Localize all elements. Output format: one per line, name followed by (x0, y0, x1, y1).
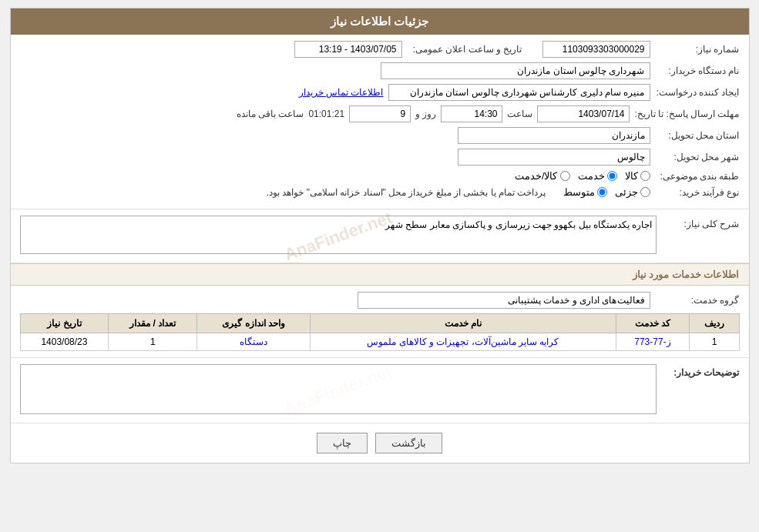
category-kala-label: کالا (625, 170, 638, 182)
category-kala-item: کالا (625, 170, 650, 182)
response-deadline-row: مهلت ارسال پاسخ: تا تاریخ: ساعت روز و 01… (20, 105, 740, 122)
services-section-title: اطلاعات خدمات مورد نیاز (11, 263, 749, 286)
purchase-motavasset-item: متوسط (563, 186, 607, 198)
response-time-label: ساعت (507, 109, 532, 119)
back-button[interactable]: بازگشت (375, 433, 442, 453)
col-rownum: ردیف (690, 314, 739, 333)
category-kala-radio[interactable] (640, 171, 650, 181)
page-header: جزئیات اطلاعات نیاز (11, 8, 749, 35)
need-number-input[interactable] (542, 41, 650, 58)
purchase-type-radio-group: جزئی متوسط (563, 186, 650, 198)
services-table: ردیف کد خدمت نام خدمت واحد اندازه گیری ت… (20, 313, 740, 351)
announce-datetime-label: تاریخ و ساعت اعلان عمومی: (407, 44, 522, 55)
purchase-type-row: نوع فرآیند خرید: جزئی متوسط پرداخت تمام … (20, 186, 740, 198)
buyer-notes-textarea[interactable] (20, 364, 657, 414)
category-khadamat-label: خدمت (578, 170, 605, 182)
need-number-row: شماره نیاز: تاریخ و ساعت اعلان عمومی: (20, 41, 740, 58)
service-group-section: گروه خدمت: ردیف کد خدمت نام خدمت واحد ان… (11, 286, 749, 358)
province-input[interactable] (458, 127, 650, 144)
category-khadamat-item: خدمت (578, 170, 617, 182)
response-time-input[interactable] (441, 105, 502, 122)
purchase-motavasset-radio[interactable] (597, 187, 607, 197)
purchase-type-label: نوع فرآیند خرید: (655, 187, 740, 198)
announce-datetime-input[interactable] (294, 41, 402, 58)
remaining-days-label: روز و (415, 109, 436, 119)
city-input[interactable] (458, 149, 650, 166)
requester-label: ایجاد کننده درخواست: (655, 87, 740, 98)
response-date-input[interactable] (537, 105, 630, 122)
col-date: تاریخ نیاز (20, 314, 109, 333)
service-group-input[interactable] (358, 292, 650, 309)
col-service-name: نام خدمت (311, 314, 616, 333)
purchase-jozii-radio[interactable] (640, 187, 650, 197)
purchase-jozii-label: جزئی (615, 186, 638, 198)
buyer-notes-label: توضیحات خریدار: (663, 364, 740, 378)
remaining-days-input[interactable] (349, 105, 411, 122)
remaining-time-display: 01:01:21 (308, 109, 344, 119)
need-number-label: شماره نیاز: (655, 44, 740, 55)
print-button[interactable]: چاپ (317, 433, 368, 453)
requester-input[interactable] (388, 84, 650, 101)
category-khadamat-radio[interactable] (607, 171, 617, 181)
purchase-motavasset-label: متوسط (563, 186, 595, 198)
response-deadline-label: مهلت ارسال پاسخ: تا تاریخ: (634, 109, 739, 119)
contact-link[interactable]: اطلاعات تماس خریدار (299, 87, 384, 98)
button-row: بازگشت چاپ (11, 423, 749, 463)
category-kala-khadamat-radio[interactable] (560, 171, 570, 181)
services-table-container: ردیف کد خدمت نام خدمت واحد اندازه گیری ت… (20, 313, 740, 351)
top-info-section: شماره نیاز: تاریخ و ساعت اعلان عمومی: نا… (11, 35, 749, 209)
category-kala-khadamat-label: کالا/خدمت (515, 170, 558, 182)
main-container: جزئیات اطلاعات نیاز شماره نیاز: تاریخ و … (10, 8, 750, 463)
need-description-label: شرح کلی نیاز: (663, 216, 740, 229)
category-row: طبقه بندی موضوعی: کالا خدمت کالا/خدمت (20, 170, 740, 182)
col-unit: واحد اندازه گیری (197, 314, 311, 333)
remaining-suffix: ساعت باقی مانده (237, 109, 304, 119)
buyer-notes-section: توضیحات خریدار: AnaFinder.net (11, 358, 749, 423)
province-label: استان محل تحویل: (655, 130, 740, 141)
category-radio-group: کالا خدمت کالا/خدمت (515, 170, 650, 182)
requester-row: ایجاد کننده درخواست: اطلاعات تماس خریدار (20, 84, 740, 101)
city-row: شهر محل تحویل: (20, 149, 740, 166)
col-quantity: تعداد / مقدار (109, 314, 197, 333)
service-group-label: گروه خدمت: (655, 295, 740, 306)
service-group-row: گروه خدمت: (20, 292, 740, 309)
table-row: 1ز-77-773کرایه سایر ماشین‌آلات، تجهیزات … (20, 333, 739, 351)
buyer-org-input[interactable] (381, 62, 650, 79)
city-label: شهر محل تحویل: (655, 152, 740, 162)
need-description-textarea[interactable]: اجاره یکدستگاه بیل بکهوو جهت زیرسازی و پ… (20, 216, 657, 254)
province-row: استان محل تحویل: (20, 127, 740, 144)
purchase-jozii-item: جزئی (615, 186, 650, 198)
need-description-section: شرح کلی نیاز: AnaFinder.net اجاره یکدستگ… (11, 209, 749, 263)
page-title: جزئیات اطلاعات نیاز (331, 15, 428, 28)
buyer-org-label: نام دستگاه خریدار: (655, 65, 740, 76)
category-label: طبقه بندی موضوعی: (655, 171, 740, 182)
col-service-code: کد خدمت (616, 314, 690, 333)
purchase-note: پرداخت تمام یا بخشی از مبلغ خریداز محل "… (267, 187, 546, 198)
category-kala-khadamat-item: کالا/خدمت (515, 170, 570, 182)
buyer-org-row: نام دستگاه خریدار: (20, 62, 740, 79)
